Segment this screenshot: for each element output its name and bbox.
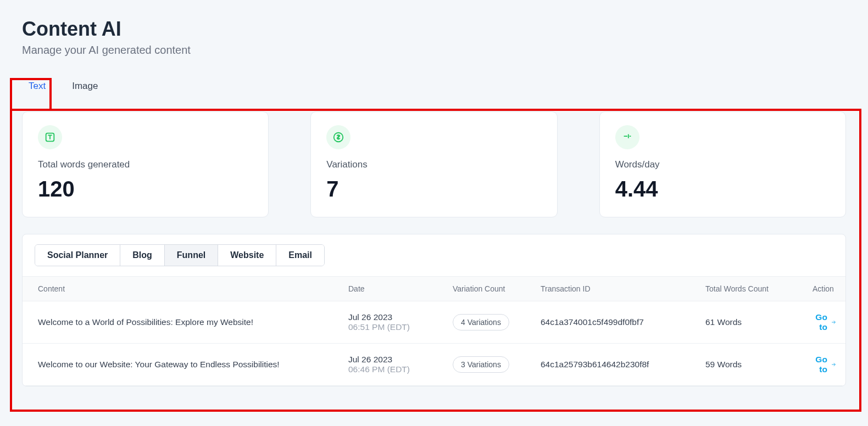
col-variation: Variation Count (453, 284, 541, 293)
cursor-icon (615, 125, 639, 149)
dollar-icon (326, 125, 350, 149)
filter-social-planner[interactable]: Social Planner (35, 245, 120, 266)
cell-content: Welcome to a World of Possibilities: Exp… (38, 317, 348, 327)
cell-variations: 4 Variations (453, 314, 541, 330)
filter-email[interactable]: Email (276, 245, 324, 266)
stat-value: 120 (38, 177, 253, 201)
arrow-right-icon (831, 360, 837, 369)
filter-group: Social Planner Blog Funnel Website Email (35, 244, 325, 266)
main-tabs: Text Image (22, 76, 846, 96)
text-icon (38, 125, 62, 149)
stat-label: Total words generated (38, 159, 253, 170)
cell-words: 59 Words (705, 360, 813, 369)
goto-button[interactable]: Go to (813, 312, 837, 332)
page-subtitle: Manage your AI generated content (22, 44, 846, 57)
stats-row: Total words generated 120 Variations 7 W… (22, 111, 846, 217)
goto-label: Go to (813, 312, 827, 332)
filter-blog[interactable]: Blog (120, 245, 165, 266)
cell-time-value: 06:46 PM (EDT) (348, 365, 453, 374)
content-table-card: Social Planner Blog Funnel Website Email… (22, 234, 846, 386)
stat-label: Words/day (615, 159, 830, 170)
cell-action: Go to (813, 355, 837, 374)
col-txn: Transaction ID (541, 284, 705, 293)
cell-date-value: Jul 26 2023 (348, 355, 453, 365)
cell-date: Jul 26 2023 06:51 PM (EDT) (348, 312, 453, 332)
arrow-right-icon (831, 318, 837, 327)
goto-button[interactable]: Go to (813, 355, 837, 374)
cell-action: Go to (813, 312, 837, 332)
stat-value: 4.44 (615, 177, 830, 201)
table-row: Welcome to a World of Possibilities: Exp… (23, 301, 845, 344)
filter-website[interactable]: Website (218, 245, 276, 266)
table-row: Welcome to our Website: Your Gateway to … (23, 344, 845, 386)
table-header: Content Date Variation Count Transaction… (23, 276, 845, 301)
col-words: Total Words Count (705, 284, 813, 293)
cell-words: 61 Words (705, 317, 813, 327)
tab-text[interactable]: Text (26, 76, 48, 96)
col-content: Content (38, 284, 348, 293)
stat-words-per-day: Words/day 4.44 (599, 111, 846, 217)
cell-date-value: Jul 26 2023 (348, 312, 453, 322)
cell-variations: 3 Variations (453, 356, 541, 373)
cell-content: Welcome to our Website: Your Gateway to … (38, 360, 348, 369)
filter-funnel[interactable]: Funnel (165, 245, 218, 266)
goto-label: Go to (813, 355, 827, 374)
stat-label: Variations (326, 159, 541, 170)
tab-image[interactable]: Image (70, 76, 100, 96)
cell-date: Jul 26 2023 06:46 PM (EDT) (348, 355, 453, 374)
stat-variations: Variations 7 (310, 111, 557, 217)
content-table: Content Date Variation Count Transaction… (23, 276, 845, 386)
col-date: Date (348, 284, 453, 293)
col-action: Action (813, 284, 834, 293)
filter-row: Social Planner Blog Funnel Website Email (23, 234, 845, 266)
variation-pill: 3 Variations (453, 356, 509, 373)
cell-txn: 64c1a374001c5f499df0fbf7 (541, 317, 705, 327)
page-title: Content AI (22, 18, 846, 41)
cell-time-value: 06:51 PM (EDT) (348, 322, 453, 332)
variation-pill: 4 Variations (453, 314, 509, 330)
cell-txn: 64c1a25793b614642b230f8f (541, 360, 705, 369)
stat-value: 7 (326, 177, 541, 201)
stat-total-words: Total words generated 120 (22, 111, 269, 217)
